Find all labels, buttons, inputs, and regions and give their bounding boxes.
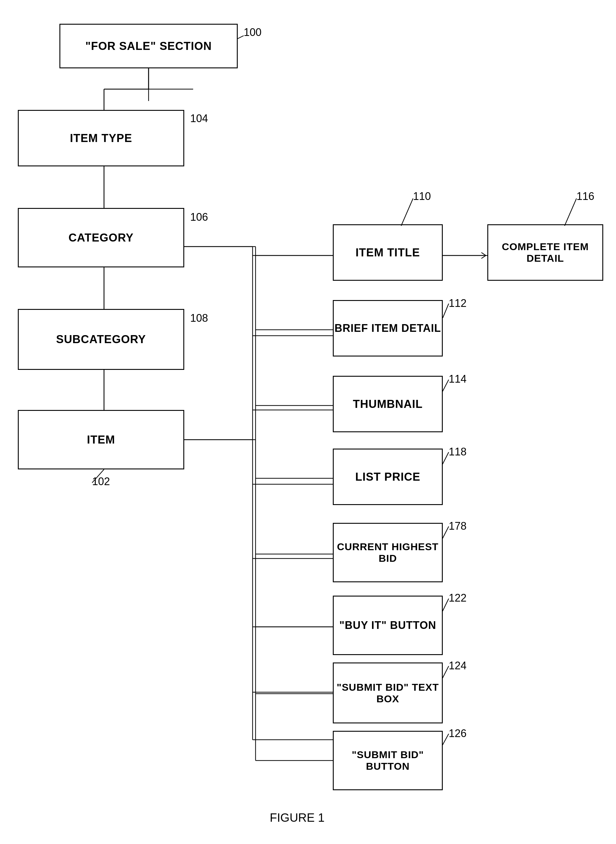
- label-106: 106: [190, 211, 208, 223]
- label-102: 102: [92, 475, 110, 488]
- label-126: 126: [449, 727, 466, 740]
- item-title-box: ITEM TITLE: [333, 224, 443, 281]
- brief-item-detail-box: BRIEF ITEM DETAIL: [333, 300, 443, 356]
- svg-line-31: [442, 734, 449, 746]
- list-price-box: LIST PRICE: [333, 448, 443, 505]
- svg-line-30: [442, 666, 449, 679]
- svg-line-29: [442, 599, 449, 612]
- label-100: 100: [243, 26, 261, 39]
- svg-line-23: [401, 198, 413, 226]
- svg-line-19: [481, 252, 486, 255]
- figure-caption: FIGURE 1: [238, 811, 356, 824]
- label-124: 124: [449, 659, 466, 672]
- item-box: ITEM: [18, 410, 184, 469]
- svg-line-28: [442, 526, 449, 539]
- category-box: CATEGORY: [18, 208, 184, 267]
- subcategory-box: SUBCATEGORY: [18, 309, 184, 370]
- label-178: 178: [449, 520, 466, 532]
- for-sale-box: "FOR SALE" SECTION: [59, 24, 238, 68]
- label-118: 118: [449, 445, 466, 458]
- svg-line-24: [565, 198, 576, 226]
- complete-item-detail-box: COMPLETE ITEM DETAIL: [487, 224, 603, 281]
- svg-line-21: [238, 36, 243, 39]
- submit-bid-button-box: "SUBMIT BID" BUTTON: [333, 731, 443, 790]
- label-112: 112: [449, 297, 466, 309]
- svg-line-27: [442, 452, 449, 465]
- svg-line-26: [442, 380, 449, 392]
- svg-line-25: [443, 303, 449, 318]
- buy-it-button-box: "BUY IT" BUTTON: [333, 596, 443, 655]
- current-highest-bid-box: CURRENT HIGHEST BID: [333, 523, 443, 582]
- diagram: "FOR SALE" SECTION 100 ITEM TYPE 104 CAT…: [0, 0, 616, 844]
- thumbnail-box: THUMBNAIL: [333, 376, 443, 432]
- item-type-box: ITEM TYPE: [18, 110, 184, 166]
- submit-bid-textbox-box: "SUBMIT BID" TEXT BOX: [333, 662, 443, 723]
- label-110: 110: [413, 190, 431, 202]
- label-108: 108: [190, 312, 208, 324]
- label-116: 116: [576, 190, 594, 202]
- label-122: 122: [449, 592, 466, 604]
- svg-line-20: [481, 255, 486, 258]
- label-114: 114: [449, 373, 466, 385]
- label-104: 104: [190, 112, 208, 125]
